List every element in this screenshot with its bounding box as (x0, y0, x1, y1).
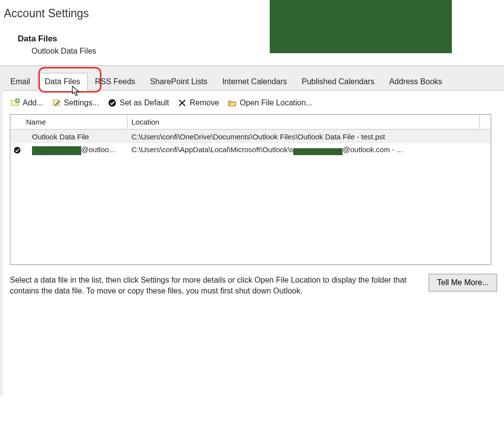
open-file-location-label: Open File Location... (240, 98, 313, 107)
cell-name: Outlook Data File (24, 132, 127, 141)
data-files-list[interactable]: Name Location Outlook Data File C:\Users… (10, 114, 491, 265)
add-label: Add... (23, 98, 43, 107)
redaction-block (293, 148, 343, 155)
column-name[interactable]: Name (24, 115, 127, 129)
tab-strip: Email Data Files RSS Feeds SharePoint Li… (0, 65, 504, 395)
table-row[interactable]: Outlook Data File C:\Users\confi\OneDriv… (10, 130, 491, 143)
tab-rss-feeds[interactable]: RSS Feeds (88, 73, 143, 90)
column-headers[interactable]: Name Location (10, 115, 491, 130)
tab-published-calendars[interactable]: Published Calendars (294, 73, 382, 90)
open-file-location-button[interactable]: Open File Location... (228, 98, 313, 107)
folder-open-icon (228, 98, 237, 107)
default-indicator (10, 146, 24, 154)
cell-location: C:\Users\confi\OneDrive\Documents\Outloo… (127, 132, 491, 141)
column-location[interactable]: Location (127, 115, 480, 129)
location-prefix: C:\Users\confi\AppData\Local\Microsoft\O… (131, 145, 293, 154)
location-suffix: @outlook.com - ... (343, 145, 403, 154)
remove-button[interactable]: Remove (178, 98, 219, 107)
remove-icon (178, 98, 187, 107)
svg-point-3 (58, 100, 60, 102)
tab-data-files[interactable]: Data Files (37, 73, 88, 91)
tab-internet-calendars[interactable]: Internet Calendars (215, 73, 294, 90)
cell-name: @outloo... (24, 145, 127, 155)
settings-icon (52, 98, 61, 107)
tab-address-books[interactable]: Address Books (382, 73, 450, 90)
add-icon (11, 98, 20, 107)
settings-button[interactable]: Settings... (52, 98, 99, 107)
tab-email[interactable]: Email (3, 73, 37, 90)
tab-sharepoint-lists[interactable]: SharePoint Lists (143, 73, 215, 90)
help-text: Select a data file in the list, then cli… (10, 275, 409, 296)
add-button[interactable]: Add... (11, 98, 43, 107)
tab-panel: Add... Settings... Set as Default Remove (3, 90, 504, 395)
svg-point-4 (108, 99, 116, 107)
svg-point-5 (14, 147, 20, 153)
set-default-button[interactable]: Set as Default (108, 98, 169, 107)
tell-me-more-button[interactable]: Tell Me More... (429, 274, 497, 292)
set-default-label: Set as Default (120, 98, 169, 107)
table-row[interactable]: @outloo... C:\Users\confi\AppData\Local\… (10, 143, 491, 157)
toolbar: Add... Settings... Set as Default Remove (11, 98, 497, 107)
redaction-block (32, 146, 81, 155)
remove-label: Remove (189, 98, 219, 107)
settings-label: Settings... (64, 98, 99, 107)
check-circle-icon (108, 98, 117, 107)
help-area: Select a data file in the list, then cli… (10, 275, 497, 296)
cell-location: C:\Users\confi\AppData\Local\Microsoft\O… (127, 145, 491, 155)
redaction-block (270, 0, 452, 53)
name-suffix: @outloo... (81, 145, 115, 154)
